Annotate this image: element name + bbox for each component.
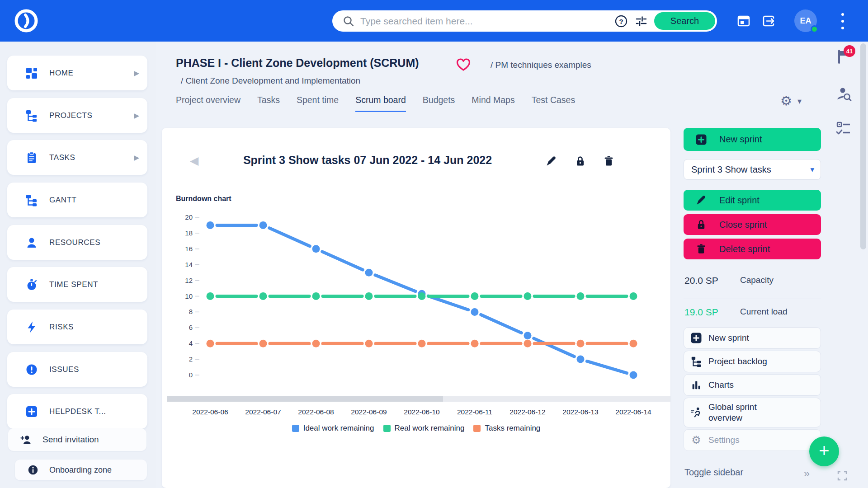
- avatar-initials: EA: [800, 16, 811, 26]
- user-avatar[interactable]: EA: [794, 9, 817, 32]
- svg-text:2022-06-06: 2022-06-06: [192, 408, 228, 416]
- person-add-icon: [20, 434, 32, 446]
- backlog-tree-icon: [690, 356, 702, 367]
- tab-scrum-board[interactable]: Scrum board: [355, 95, 406, 112]
- delete-sprint-trash-icon[interactable]: [603, 155, 615, 167]
- breadcrumb-project-group[interactable]: / PM techniques examples: [491, 60, 591, 70]
- chart-title: Burndown chart: [176, 195, 231, 203]
- exclamation-circle-icon: [25, 363, 38, 376]
- panel-item-project-backlog[interactable]: Project backlog: [684, 351, 821, 372]
- svg-text:6: 6: [189, 324, 193, 331]
- fullscreen-icon[interactable]: [837, 470, 848, 481]
- tab-test-cases[interactable]: Test Cases: [532, 95, 575, 112]
- delete-sprint-button[interactable]: Delete sprint: [684, 239, 821, 259]
- svg-text:2022-06-12: 2022-06-12: [509, 408, 545, 416]
- svg-text:12: 12: [185, 277, 193, 284]
- tab-spent-time[interactable]: Spent time: [297, 95, 339, 112]
- favorite-heart-icon[interactable]: [456, 58, 471, 72]
- new-sprint-button[interactable]: New sprint: [684, 128, 821, 151]
- legend-swatch-tasks: [473, 425, 481, 432]
- previous-sprint-icon[interactable]: ◀: [190, 154, 198, 167]
- global-search: ? Search: [332, 10, 717, 32]
- stopwatch-icon: [25, 278, 38, 291]
- tab-settings-gear-icon[interactable]: ⚙: [780, 93, 792, 108]
- svg-text:2022-06-09: 2022-06-09: [351, 408, 387, 416]
- lightning-bolt-icon: [25, 321, 38, 333]
- capacity-value: 20.0 SP: [684, 275, 718, 286]
- svg-text:0: 0: [189, 371, 193, 379]
- current-load-label: Current load: [740, 307, 788, 317]
- capacity-label: Capacity: [740, 275, 774, 285]
- person-search-icon[interactable]: [835, 86, 853, 103]
- sidebar-item-risks[interactable]: RISKS: [7, 310, 147, 344]
- vertical-scrollbar[interactable]: [860, 43, 866, 249]
- online-status-dot: [811, 25, 818, 33]
- sidebar-item-gantt[interactable]: GANTT: [7, 183, 147, 217]
- search-button[interactable]: Search: [654, 12, 715, 30]
- more-menu-icon[interactable]: [840, 13, 845, 29]
- chevron-right-icon: ▶: [134, 112, 139, 120]
- runner-icon: [690, 407, 702, 418]
- divider: [684, 462, 821, 462]
- help-icon[interactable]: ?: [614, 14, 628, 28]
- tab-project-overview[interactable]: Project overview: [176, 95, 241, 112]
- person-icon: [25, 236, 38, 249]
- add-fab-button[interactable]: +: [809, 436, 839, 466]
- burndown-card: ◀ Sprint 3 Show tasks 07 Jun 2022 - 14 J…: [162, 128, 670, 488]
- trash-icon: [695, 243, 707, 255]
- tab-settings-caret-icon[interactable]: ▾: [797, 96, 802, 106]
- app-logo-icon[interactable]: [13, 8, 39, 34]
- page-title: PHASE I - Client Zone Development (SCRUM…: [176, 56, 419, 70]
- send-invitation-button[interactable]: Send invitation: [8, 428, 146, 451]
- edit-sprint-pencil-icon[interactable]: [545, 155, 557, 167]
- onboarding-zone-button[interactable]: Onboarding zone: [15, 460, 147, 480]
- project-tabs: Project overview Tasks Spent time Scrum …: [176, 95, 575, 112]
- tab-tasks[interactable]: Tasks: [257, 95, 280, 112]
- search-input[interactable]: [360, 16, 614, 27]
- sprint-select[interactable]: Sprint 3 Show tasks ▾: [684, 159, 821, 180]
- toggle-sidebar[interactable]: Toggle sidebar »: [684, 467, 821, 478]
- sidebar-item-helpdesk[interactable]: HELPDESK T...: [7, 394, 147, 429]
- legend-tasks: Tasks remaining: [473, 424, 540, 433]
- panel-item-new-sprint[interactable]: New sprint: [684, 327, 821, 349]
- filter-tune-icon[interactable]: [634, 14, 648, 28]
- tab-mind-maps[interactable]: Mind Maps: [472, 95, 514, 112]
- close-sprint-button[interactable]: Close sprint: [684, 214, 821, 235]
- sidebar-item-home[interactable]: HOME▶: [7, 56, 147, 90]
- sidebar-item-resources[interactable]: RESOURCES: [7, 225, 147, 260]
- panel-item-global-sprint-overview[interactable]: Global sprint overview: [684, 398, 821, 427]
- project-tree-icon: [25, 109, 38, 122]
- chevron-down-icon: ▾: [810, 165, 814, 174]
- svg-text:2022-06-07: 2022-06-07: [245, 408, 281, 416]
- sidebar-item-tasks[interactable]: TASKS▶: [7, 140, 147, 175]
- exit-icon[interactable]: [761, 14, 776, 28]
- topbar: ? Search EA: [0, 0, 868, 42]
- pencil-icon: [695, 194, 707, 206]
- left-sidebar: HOME▶ PROJECTS▶ TASKS▶ GANTT RESOURCES: [0, 42, 156, 488]
- sprint-title: Sprint 3 Show tasks 07 Jun 2022 - 14 Jun…: [203, 154, 533, 167]
- edit-sprint-button[interactable]: Edit sprint: [684, 190, 821, 211]
- panel-item-charts[interactable]: Charts: [684, 374, 821, 396]
- lock-sprint-icon[interactable]: [574, 155, 586, 167]
- breadcrumb-subproject[interactable]: / Client Zone Development and Implementa…: [181, 76, 360, 86]
- divider: [684, 299, 821, 299]
- bar-chart-icon: [690, 379, 702, 391]
- dashboard-grid-icon: [25, 67, 38, 80]
- info-icon: [28, 465, 38, 475]
- panel-item-settings[interactable]: ⚙ Settings: [684, 429, 821, 451]
- chevron-right-icon: ▶: [134, 154, 139, 162]
- burndown-chart: 201816141210864202022-06-062022-06-07202…: [162, 211, 670, 428]
- sidebar-item-time-spent[interactable]: TIME SPENT: [7, 267, 147, 302]
- svg-text:16: 16: [185, 245, 193, 253]
- tab-budgets[interactable]: Budgets: [423, 95, 455, 112]
- svg-text:2022-06-10: 2022-06-10: [404, 408, 440, 416]
- checklist-icon[interactable]: [835, 121, 852, 136]
- search-icon: [342, 15, 355, 28]
- gantt-tree-icon: [25, 194, 38, 206]
- chevron-right-icon: ▶: [134, 69, 139, 77]
- sidebar-item-issues[interactable]: ISSUES: [7, 352, 147, 387]
- calendar-icon[interactable]: [736, 14, 751, 28]
- sidebar-item-projects[interactable]: PROJECTS▶: [7, 98, 147, 133]
- legend-swatch-ideal: [292, 425, 299, 432]
- svg-text:14: 14: [185, 261, 193, 268]
